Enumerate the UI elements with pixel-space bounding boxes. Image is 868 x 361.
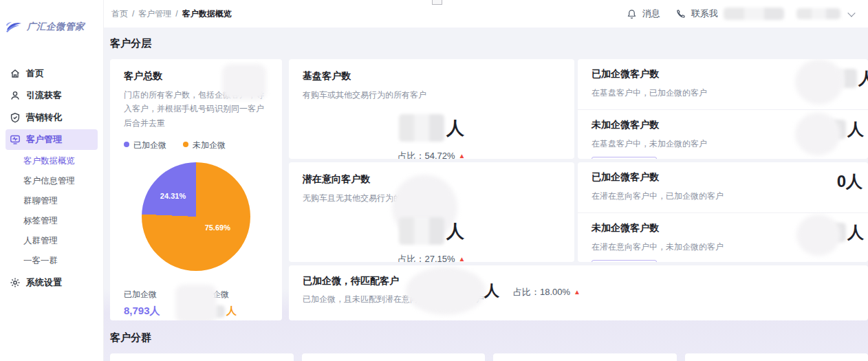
sidebar-item-label: 首页: [26, 67, 44, 80]
pending-ratio: 占比：18.00%▲: [513, 286, 581, 298]
main-area: 首页 / 客户管理 / 客户数据概览 消息 联系我 客户分层 客户总数: [103, 0, 868, 361]
breadcrumb-section[interactable]: 客户管理: [138, 8, 171, 20]
potential-customers-value: 人: [303, 217, 561, 245]
phone-icon: [675, 9, 686, 19]
chevron-down-icon[interactable]: [847, 9, 855, 17]
swoosh-logo-icon: [6, 21, 23, 33]
sidebar-subitem-tags[interactable]: 标签管理: [0, 211, 103, 231]
not-added-wecom-total: 未加企微 人: [196, 289, 268, 318]
potential-added-wecom-block: 已加企微客户数 在潜在意向客户中，已加企微的客户 0人: [578, 162, 868, 212]
bell-icon[interactable]: [627, 9, 637, 19]
sidebar-item-home[interactable]: 首页: [0, 63, 103, 84]
message-link[interactable]: 消息: [642, 8, 660, 20]
potential-wecom-card: 已加企微客户数 在潜在意向客户中，已加企微的客户 0人 未加企微客户数 在潜在意…: [578, 162, 868, 262]
pie-slice-label-added: 24.31%: [160, 192, 186, 200]
layering-right-column: 基盘客户数 有购车或其他交易行为的所有客户 人 占比：54.72%▲ 已加企微客…: [289, 59, 868, 320]
potential-not-added-wecom-block: 未加企微客户数 在潜在意向客户中，未加企微的客户 人 引流企微 ≫: [578, 212, 868, 262]
legend-item-added: 已加企微: [124, 140, 166, 151]
page-content: 客户分层 客户总数 门店的所有客户数，包括企微客户，导入客户，并根据手机号码识别…: [103, 28, 868, 361]
topbar: 首页 / 客户管理 / 客户数据概览 消息 联系我: [103, 0, 868, 28]
base-ratio: 占比：54.72%▲: [303, 150, 561, 159]
sidebar-item-label: 营销转化: [26, 111, 62, 124]
pie-footer: 已加企微 8,793人 未加企微 人: [124, 289, 268, 318]
pie-legend: 已加企微 未加企微: [124, 140, 268, 151]
segments-section: 新车客户数 购车时间3个月的客户 车险待续保客户数 近一个月内车险即将到期的客户: [110, 353, 868, 361]
topbar-actions: 消息 联系我: [627, 8, 854, 20]
sidebar-item-leads[interactable]: 引流获客: [0, 85, 103, 106]
clipped-top-element: [432, 0, 442, 5]
user-icon: [10, 90, 21, 101]
sidebar-item-marketing[interactable]: 营销转化: [0, 107, 103, 128]
breadcrumb-current: 客户数据概览: [182, 8, 232, 20]
chat-icon: [10, 134, 21, 145]
legend-dot-orange: [183, 142, 188, 147]
first-maintenance-customers-card[interactable]: 新车待首保客户数 购车时间5~7个月内，且无保养记录的客户: [493, 353, 677, 361]
potential-ratio: 占比：27.15%▲: [303, 253, 561, 262]
pie-slice-label-not-added: 75.69%: [205, 223, 230, 232]
card-title: 已加企微客户数: [592, 171, 854, 184]
breadcrumb-separator: /: [175, 9, 177, 19]
brand-logo: 广汇企微管家: [0, 0, 103, 33]
base-wecom-card: 已加企微客户数 在基盘客户中，已加企微的客户 人 未加企微客户数 在基盘客户中，…: [578, 59, 868, 159]
section-title-segments: 客户分群: [110, 331, 868, 344]
attract-wecom-button[interactable]: 引流企微 ≫: [592, 260, 657, 262]
legend-item-not-added: 未加企微: [183, 140, 226, 151]
layering-section: 客户总数 门店的所有客户数，包括企微客户，导入客户，并根据手机号码识别同一客户后…: [110, 59, 868, 320]
attract-wecom-button[interactable]: 引流企微 ≫: [592, 157, 657, 159]
sidebar-item-label: 客户管理: [26, 133, 62, 146]
redacted-number: [399, 114, 444, 142]
legend-dot-purple: [124, 142, 129, 147]
potential-added-value: 0人: [837, 171, 862, 193]
redacted-account-name: [796, 8, 840, 19]
sidebar: 广汇企微管家 首页 引流获客 营销转化 客户管理 客户数据概览: [0, 0, 103, 361]
brand-name: 广汇企微管家: [27, 21, 85, 33]
redacted-number: [399, 217, 444, 245]
sidebar-item-label: 系统设置: [26, 276, 62, 289]
section-title-layering: 客户分层: [110, 37, 868, 50]
redacted-contact-number: [724, 8, 784, 20]
breadcrumb-home[interactable]: 首页: [111, 8, 128, 20]
contact-link[interactable]: 联系我: [691, 8, 718, 20]
sidebar-nav: 首页 引流获客 营销转化 客户管理 客户数据概览 客户信息管理 群聊管理 标签管…: [0, 63, 103, 293]
trend-up-icon: ▲: [459, 256, 466, 262]
sidebar-item-settings[interactable]: 系统设置: [0, 272, 103, 293]
trend-up-icon: ▲: [574, 289, 581, 296]
sidebar-item-label: 引流获客: [26, 89, 62, 102]
shield-icon: [10, 112, 21, 123]
sidebar-subitem-one-customer-one-group[interactable]: 一客一群: [0, 251, 103, 271]
base-customers-value: 人: [303, 114, 561, 142]
home-icon: [10, 68, 21, 79]
base-customers-card: 基盘客户数 有购车或其他交易行为的所有客户 人 占比：54.72%▲: [289, 59, 574, 159]
sidebar-subitem-group-chat[interactable]: 群聊管理: [0, 191, 103, 211]
redacted-blob: [222, 64, 266, 100]
card-title: 基盘客户数: [303, 70, 561, 83]
potential-customers-card: 潜在意向客户数 无购车且无其他交易行为的所有客户 人 占比：27.15%▲: [289, 162, 574, 262]
total-customers-card: 客户总数 门店的所有客户数，包括企微客户，导入客户，并根据手机号码识别同一客户后…: [110, 59, 282, 320]
sidebar-subitem-customer-info[interactable]: 客户信息管理: [0, 171, 103, 191]
card-description: 在潜在意向客户中，已加企微的客户: [592, 189, 854, 203]
gear-icon: [10, 277, 21, 288]
breadcrumb-separator: /: [132, 9, 134, 19]
new-car-customers-card[interactable]: 新车客户数 购车时间3个月的客户: [110, 353, 294, 361]
sidebar-subitem-audience[interactable]: 人群管理: [0, 231, 103, 251]
base-added-wecom-block: 已加企微客户数 在基盘客户中，已加企微的客户 人: [578, 59, 868, 109]
sidebar-item-customers[interactable]: 客户管理: [6, 129, 98, 150]
breadcrumb: 首页 / 客户管理 / 客户数据概览: [111, 8, 232, 20]
customers-pie-chart[interactable]: 24.31% 75.69%: [142, 162, 250, 271]
base-not-added-wecom-block: 未加企微客户数 在基盘客户中，未加企微的客户 人 引流企微 ≫: [578, 109, 868, 159]
sidebar-subitem-customer-data-overview[interactable]: 客户数据概览: [0, 151, 103, 171]
pending-match-card: 已加企微，待匹配客户 已加企微，且未匹配到潜在意向和基盘客户的客户 人 占比：1…: [289, 265, 868, 320]
card-description: 有购车或其他交易行为的所有客户: [303, 88, 561, 102]
silent-customers-card[interactable]: 沉默客户数 超过180天未到店的客户: [685, 353, 868, 361]
trend-up-icon: ▲: [459, 153, 466, 159]
pending-match-value: 人: [484, 281, 499, 301]
insurance-renewal-customers-card[interactable]: 车险待续保客户数 近一个月内车险即将到期的客户: [302, 353, 486, 361]
